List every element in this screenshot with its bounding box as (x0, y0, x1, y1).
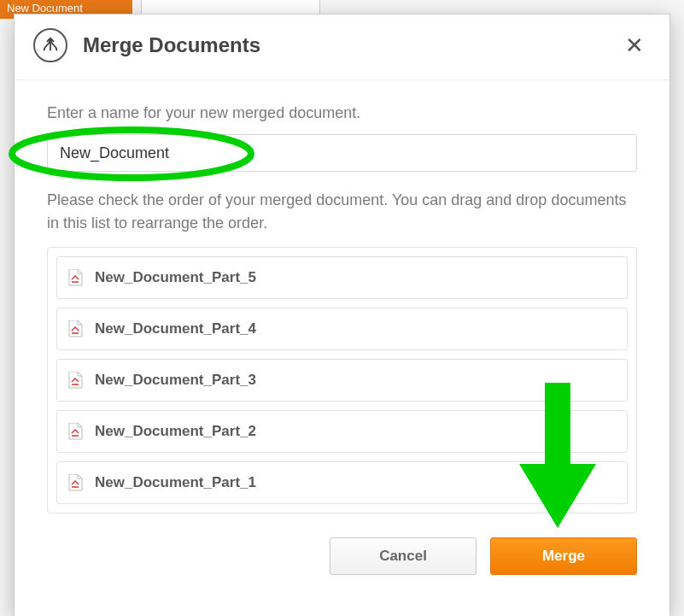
close-button[interactable]: ✕ (618, 31, 651, 60)
modal-footer: Cancel Merge (15, 513, 669, 594)
document-order-list: New_Document_Part_5 New_Document_Part_4 … (47, 247, 637, 513)
pdf-file-icon (67, 320, 83, 337)
modal-title: Merge Documents (83, 33, 618, 57)
pdf-file-icon (67, 269, 83, 286)
pdf-file-icon (67, 474, 83, 491)
merge-button[interactable]: Merge (490, 537, 637, 575)
close-icon: ✕ (625, 32, 644, 58)
modal-header: Merge Documents ✕ (15, 15, 669, 80)
cancel-button[interactable]: Cancel (330, 537, 476, 575)
document-item[interactable]: New_Document_Part_2 (56, 410, 628, 453)
document-item[interactable]: New_Document_Part_5 (56, 256, 628, 299)
merge-icon (33, 28, 67, 62)
pdf-file-icon (67, 372, 83, 389)
document-item[interactable]: New_Document_Part_4 (56, 308, 628, 350)
document-name-input[interactable] (47, 134, 637, 172)
merge-documents-modal: Merge Documents ✕ Enter a name for your … (14, 14, 670, 616)
document-item-label: New_Document_Part_1 (95, 474, 256, 491)
order-instruction: Please check the order of your merged do… (47, 189, 637, 235)
modal-body: Enter a name for your new merged documen… (15, 80, 669, 513)
document-item-label: New_Document_Part_4 (95, 320, 256, 337)
document-item[interactable]: New_Document_Part_3 (56, 359, 628, 402)
document-item-label: New_Document_Part_2 (95, 423, 256, 440)
pdf-file-icon (67, 423, 83, 440)
document-item-label: New_Document_Part_3 (95, 372, 256, 389)
document-item[interactable]: New_Document_Part_1 (56, 461, 628, 504)
name-prompt: Enter a name for your new merged documen… (47, 104, 637, 122)
document-item-label: New_Document_Part_5 (95, 269, 256, 286)
